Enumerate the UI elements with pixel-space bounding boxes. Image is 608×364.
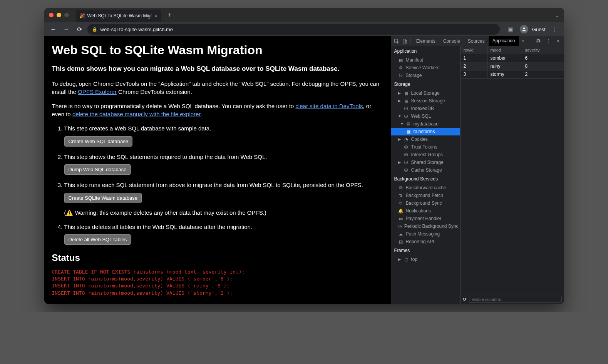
table-row[interactable]: 2 rainy 8	[461, 62, 564, 70]
sidebar-item-mydatabase[interactable]: ▼⛁mydatabase	[391, 120, 460, 128]
browser-tab[interactable]: 🎉 Web SQL to SQLite Wasm Migr ×	[76, 10, 161, 22]
close-tab-icon[interactable]: ×	[154, 13, 157, 19]
sidebar-item-cache-storage[interactable]: ⛁Cache Storage	[391, 166, 460, 174]
section-storage: Storage	[391, 79, 460, 89]
browser-menu-icon[interactable]: ⋮	[549, 24, 560, 35]
sidebar-item-web-sql[interactable]: ▼⛁Web SQL	[391, 112, 460, 120]
sidebar-item-reporting-api[interactable]: ▤Reporting API	[391, 238, 460, 245]
devtools-main: rowid mood severity 1 somber 6 2 rainy	[461, 46, 564, 304]
new-tab-button[interactable]: +	[164, 11, 175, 19]
cookie-icon: ◔	[404, 137, 409, 142]
create-websql-button[interactable]: Create Web SQL database	[64, 136, 132, 147]
page-subhead: This demo shows how you can migrate a We…	[52, 65, 383, 73]
devtools-tabs: Elements Console Sources Application » ⋮…	[391, 36, 564, 46]
sidebar-item-back-forward-cache[interactable]: ⛁Back/forward cache	[391, 184, 460, 192]
document-icon: ▤	[398, 239, 404, 244]
swap-icon: ⇅	[398, 193, 404, 198]
sidebar-item-local-storage[interactable]: ▶▦Local Storage	[391, 89, 460, 97]
more-tabs-icon[interactable]: »	[519, 37, 528, 45]
sidebar-item-push-messaging[interactable]: ☁Push Messaging	[391, 230, 460, 238]
reload-button[interactable]: ⟳	[74, 24, 85, 35]
database-icon: ⛁	[398, 73, 404, 78]
sidebar-item-trust-tokens[interactable]: ⛁Trust Tokens	[391, 143, 460, 151]
sidebar-item-indexeddb[interactable]: ⛁IndexedDB	[391, 105, 460, 112]
refresh-icon[interactable]: ⟳	[463, 297, 467, 302]
table-body: 1 somber 6 2 rainy 8 3 stormy 2	[461, 54, 564, 294]
sidebar-item-periodic-bg-sync[interactable]: ◷Periodic Background Sync	[391, 222, 460, 230]
maximize-window-button[interactable]	[64, 13, 69, 17]
status-output: CREATE TABLE IF NOT EXISTS rainstorms (m…	[52, 269, 383, 297]
database-icon: ⛁	[404, 152, 409, 157]
panel-toggle-icon[interactable]: ▣	[505, 24, 516, 35]
inspect-element-icon[interactable]	[393, 37, 401, 45]
sidebar-item-storage[interactable]: ⛁Storage	[391, 72, 460, 79]
table-row[interactable]: 3 stormy 2	[461, 70, 564, 78]
tab-application[interactable]: Application	[489, 36, 519, 46]
document-icon: ▤	[398, 58, 404, 63]
database-icon: ⛁	[404, 145, 409, 150]
database-icon: ⛁	[406, 122, 411, 127]
tab-sources[interactable]: Sources	[464, 36, 489, 46]
sidebar-item-shared-storage[interactable]: ▶⛁Shared Storage	[391, 159, 460, 166]
sidebar-item-cookies[interactable]: ▶◔Cookies	[391, 135, 460, 143]
section-background-services: Background Services	[391, 174, 460, 184]
page-content: Web SQL to SQLite Wasm Migration This de…	[44, 36, 391, 304]
sidebar-item-payment-handler[interactable]: ▭Payment Handler	[391, 215, 460, 222]
sidebar-item-background-sync[interactable]: ↻Background Sync	[391, 199, 460, 207]
delete-db-manually-link[interactable]: delete the database manually with the fi…	[72, 111, 201, 117]
col-mood[interactable]: mood	[487, 46, 522, 54]
chevron-right-icon: ▶	[398, 257, 401, 261]
close-window-button[interactable]	[49, 13, 54, 17]
lock-icon: 🔒	[92, 27, 97, 32]
device-toggle-icon[interactable]	[401, 37, 409, 45]
window-titlebar: 🎉 Web SQL to SQLite Wasm Migr × + ⌄	[44, 8, 564, 22]
create-sqlite-wasm-button[interactable]: Create SQLite Wasm database	[64, 193, 142, 203]
frame-icon: ▢	[404, 257, 409, 262]
chevron-down-icon: ▼	[398, 114, 401, 118]
chevron-right-icon: ▶	[398, 160, 401, 164]
back-button[interactable]: ←	[48, 24, 59, 35]
sidebar-item-manifest[interactable]: ▤Manifest	[391, 56, 460, 64]
tabs-dropdown-icon[interactable]: ⌄	[555, 12, 559, 18]
address-bar[interactable]: 🔒 web-sql-to-sqlite-wasm.glitch.me	[87, 24, 500, 35]
card-icon: ▭	[398, 216, 404, 221]
clock-icon: ◷	[398, 224, 402, 229]
minimize-window-button[interactable]	[57, 13, 61, 17]
tab-console[interactable]: Console	[439, 36, 464, 46]
sidebar-item-notifications[interactable]: 🔔Notifications	[391, 207, 460, 215]
delete-websql-tables-button[interactable]: Delete all Web SQL tables	[64, 234, 131, 245]
chevron-right-icon: ▶	[398, 137, 401, 141]
devtools-menu-icon[interactable]: ⋮	[544, 37, 553, 45]
sidebar-item-top-frame[interactable]: ▶▢top	[391, 255, 460, 263]
devtools-close-icon[interactable]: ×	[554, 37, 563, 45]
settings-gear-icon[interactable]	[534, 37, 543, 45]
dump-websql-button[interactable]: Dump Web SQL database	[64, 164, 131, 175]
tab-title: Web SQL to SQLite Wasm Migr	[87, 13, 152, 18]
sidebar-item-interest-groups[interactable]: ⛁Interest Groups	[391, 151, 460, 159]
sync-icon: ↻	[398, 201, 404, 206]
tab-elements[interactable]: Elements	[412, 36, 439, 46]
step-2: This step shows the SQL statements requi…	[64, 153, 383, 175]
visible-columns-input[interactable]	[469, 296, 562, 303]
sidebar-item-session-storage[interactable]: ▶▦Session Storage	[391, 97, 460, 105]
step-3-warning: (⚠️ Warning: this example deletes any ot…	[64, 209, 383, 217]
opfs-explorer-link[interactable]: OPFS Explorer	[78, 88, 117, 95]
table-row[interactable]: 1 somber 6	[461, 54, 564, 62]
intro-paragraph-1: To debug, open Chrome DevTools on the "A…	[52, 80, 383, 96]
sidebar-item-rainstorms[interactable]: ▦rainstorms	[391, 128, 460, 135]
chevron-right-icon: ▶	[398, 91, 401, 95]
database-icon: ⛁	[404, 114, 409, 119]
forward-button[interactable]: →	[61, 24, 72, 35]
intro-paragraph-2: There is no way to programmatically dele…	[52, 102, 383, 118]
profile-label[interactable]: Guest	[532, 27, 546, 32]
sidebar-item-background-fetch[interactable]: ⇅Background Fetch	[391, 192, 460, 199]
col-severity[interactable]: severity	[522, 46, 564, 54]
table-header: rowid mood severity	[461, 46, 564, 54]
col-rowid[interactable]: rowid	[461, 46, 487, 54]
database-icon: ⛁	[404, 106, 409, 111]
sidebar-item-service-workers[interactable]: ⚙Service Workers	[391, 64, 460, 72]
profile-avatar-icon[interactable]	[520, 25, 528, 33]
clear-site-data-link[interactable]: clear site data in DevTools	[295, 103, 363, 109]
chevron-down-icon: ▼	[400, 122, 404, 126]
devtools-body: Application ▤Manifest ⚙Service Workers ⛁…	[391, 46, 564, 304]
